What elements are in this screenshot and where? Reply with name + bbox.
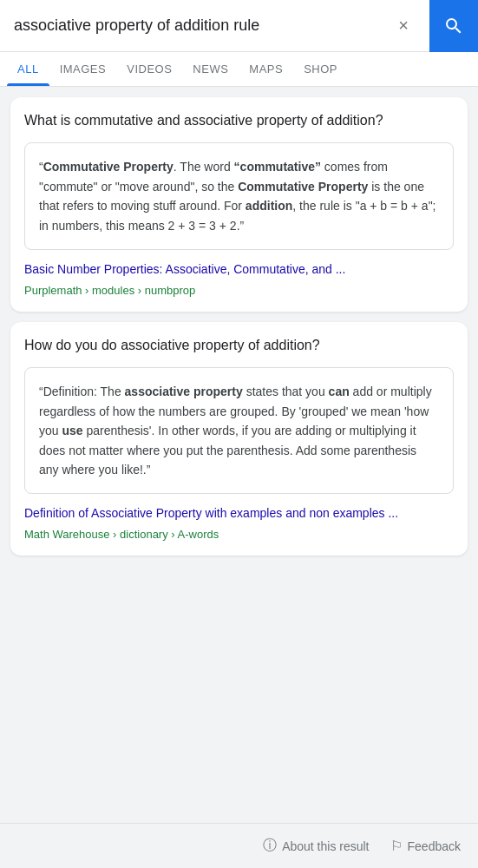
card-commutative: What is commutative and associative prop… xyxy=(10,97,468,312)
link-1[interactable]: Basic Number Properties: Associative, Co… xyxy=(24,260,454,279)
main-content: What is commutative and associative prop… xyxy=(0,87,478,566)
feedback-icon: ⚐ xyxy=(390,838,403,854)
tabs-bar: ALL IMAGES VIDEOS NEWS MAPS SHOP xyxy=(0,52,478,87)
card-associative: How do you do associative property of ad… xyxy=(10,322,468,556)
tab-news[interactable]: NEWS xyxy=(182,52,239,86)
search-icon xyxy=(443,16,464,36)
feedback-label: Feedback xyxy=(408,839,461,853)
question-2: How do you do associative property of ad… xyxy=(24,336,454,355)
link-2[interactable]: Definition of Associative Property with … xyxy=(24,504,454,523)
link-source-1: Purplemath › modules › numbprop xyxy=(24,284,195,297)
tab-images[interactable]: IMAGES xyxy=(49,52,117,86)
quote-text-2: “Definition: The associative property st… xyxy=(39,382,439,479)
feedback-button[interactable]: ⚐ Feedback xyxy=(390,838,461,854)
search-input[interactable] xyxy=(14,16,391,35)
search-button[interactable] xyxy=(429,0,478,52)
quote-text-1: “Commutative Property. The word “commuta… xyxy=(39,157,439,235)
tab-shopping[interactable]: SHOP xyxy=(293,52,348,86)
question-1: What is commutative and associative prop… xyxy=(24,111,454,130)
footer: ⓘ About this result ⚐ Feedback xyxy=(0,823,478,868)
search-bar: × xyxy=(0,0,478,52)
question-circle-icon: ⓘ xyxy=(263,837,277,855)
search-input-wrapper: × xyxy=(0,9,429,43)
about-result-button[interactable]: ⓘ About this result xyxy=(263,837,369,855)
tab-maps[interactable]: MAPS xyxy=(239,52,293,86)
clear-icon[interactable]: × xyxy=(391,9,416,43)
tab-videos[interactable]: VIDEOS xyxy=(116,52,182,86)
tab-all[interactable]: ALL xyxy=(7,52,49,86)
about-result-label: About this result xyxy=(282,839,369,853)
quote-box-2: “Definition: The associative property st… xyxy=(24,367,454,494)
link-source-2: Math Warehouse › dictionary › A-words xyxy=(24,528,219,541)
quote-box-1: “Commutative Property. The word “commuta… xyxy=(24,142,454,250)
